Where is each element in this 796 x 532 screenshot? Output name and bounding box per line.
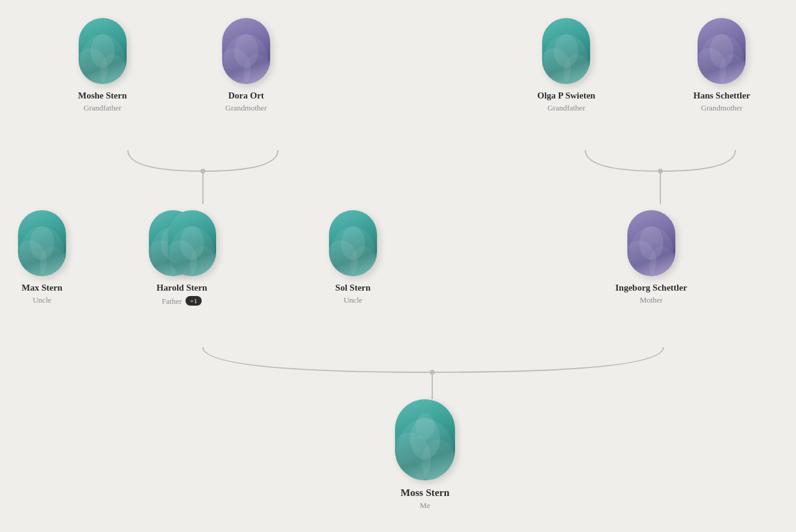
- leaf-olga: [542, 18, 590, 84]
- avatar-hans: [698, 18, 746, 84]
- person-dora[interactable]: Dora Ort Grandmother: [222, 18, 270, 113]
- svg-point-1: [201, 169, 205, 174]
- olga-role: Grandfather: [547, 103, 585, 113]
- person-hans[interactable]: Hans Schettler Grandmother: [693, 18, 750, 113]
- max-name: Max Stern: [22, 282, 62, 294]
- max-role: Uncle: [32, 295, 51, 305]
- leaf-moss: [395, 399, 455, 480]
- avatar-dora: [222, 18, 270, 84]
- leaf-dora: [222, 18, 270, 84]
- svg-point-37: [341, 226, 365, 260]
- svg-point-46: [415, 413, 435, 440]
- sol-name: Sol Stern: [336, 282, 371, 294]
- avatar-sol: [329, 210, 377, 276]
- avatar-moss: [395, 399, 455, 480]
- harold-badge[interactable]: +1: [185, 296, 202, 306]
- svg-point-5: [430, 370, 435, 375]
- leaf-hans: [698, 18, 746, 84]
- moshe-name: Moshe Stern: [78, 90, 127, 102]
- moss-name: Moss Stern: [400, 486, 450, 500]
- svg-point-17: [554, 34, 578, 68]
- avatar-ingeborg: [627, 210, 675, 276]
- svg-point-13: [234, 34, 258, 68]
- leaf-sol: [329, 210, 377, 276]
- person-sol[interactable]: Sol Stern Uncle: [329, 210, 377, 305]
- avatar-max: [18, 210, 66, 276]
- person-max[interactable]: Max Stern Uncle: [18, 210, 66, 305]
- svg-point-3: [658, 169, 663, 174]
- avatar-harold-2: [168, 210, 216, 276]
- person-ingeborg[interactable]: Ingeborg Schettler Mother: [615, 210, 687, 305]
- sol-role: Uncle: [343, 295, 362, 305]
- person-moss[interactable]: Moss Stern Me: [395, 399, 455, 510]
- person-harold[interactable]: Harold Stern Father +1: [149, 210, 215, 306]
- ingeborg-name: Ingeborg Schettler: [615, 282, 687, 294]
- person-olga[interactable]: Olga P Swieten Grandfather: [537, 18, 595, 113]
- hans-name: Hans Schettler: [693, 90, 750, 102]
- svg-point-41: [639, 226, 663, 260]
- svg-point-25: [30, 226, 54, 260]
- svg-point-33: [180, 226, 204, 260]
- dora-role: Grandmother: [225, 103, 267, 113]
- hans-role: Grandmother: [701, 103, 743, 113]
- person-moshe[interactable]: Moshe Stern Grandfather: [78, 18, 127, 113]
- ingeborg-role: Mother: [640, 295, 663, 305]
- leaf-ingeborg: [627, 210, 675, 276]
- avatar-olga: [542, 18, 590, 84]
- dora-name: Dora Ort: [228, 90, 264, 102]
- moss-role: Me: [420, 501, 430, 510]
- leaf-moshe: [79, 18, 127, 84]
- leaf-max: [18, 210, 66, 276]
- svg-point-21: [710, 34, 734, 68]
- moshe-role: Grandfather: [83, 103, 121, 113]
- couple-avatars-harold: [149, 210, 215, 276]
- avatar-moshe: [79, 18, 127, 84]
- harold-name: Harold Stern: [157, 282, 207, 294]
- family-tree: Moshe Stern Grandfather Dora Ort Grandmo…: [0, 0, 796, 532]
- olga-name: Olga P Swieten: [537, 90, 595, 102]
- harold-role: Father: [162, 297, 182, 306]
- svg-point-9: [91, 34, 115, 68]
